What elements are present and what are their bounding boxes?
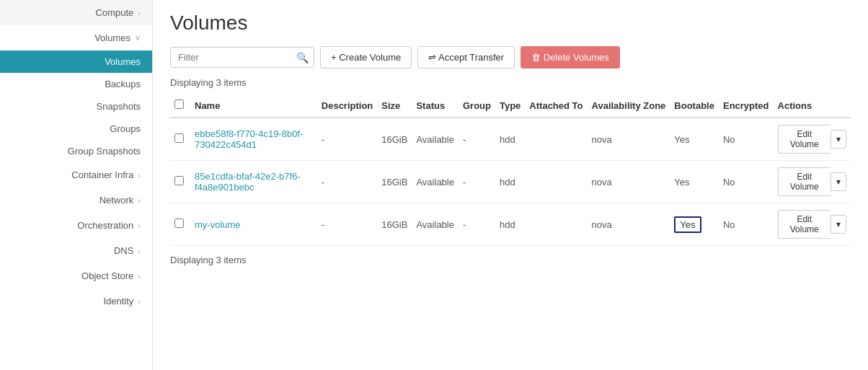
edit-volume-dropdown-1[interactable]: ▾	[831, 172, 846, 191]
chevron-icon-orchestration: ›	[138, 221, 141, 230]
sidebar-item-volumes[interactable]: Volumes	[0, 50, 152, 73]
row-encrypted-1: No	[719, 161, 774, 203]
row-availability-zone-1: nova	[588, 161, 670, 203]
row-description-2: -	[317, 203, 378, 246]
delete-volumes-button[interactable]: 🗑 Delete Volumes	[521, 46, 620, 69]
row-group-0: -	[459, 118, 495, 161]
volume-name-link-0[interactable]: ebbe58f8-f770-4c19-8b0f-730422c454d1	[195, 128, 303, 150]
bootable-value-0: Yes	[674, 134, 689, 145]
row-checkbox-0	[170, 118, 190, 161]
main-content: Volumes 🔍 + Create Volume ⇌ Accept Trans…	[153, 0, 868, 370]
sidebar-item-compute[interactable]: Compute ›	[0, 0, 152, 25]
sidebar-item-group-snapshots[interactable]: Group Snapshots	[0, 140, 152, 162]
header-actions: Actions	[774, 94, 851, 118]
header-status: Status	[412, 94, 459, 118]
accept-transfer-button[interactable]: ⇌ Accept Transfer	[417, 46, 515, 69]
header-encrypted: Encrypted	[719, 94, 774, 118]
action-btn-wrap-2: Edit Volume ▾	[778, 210, 846, 239]
chevron-icon-network: ›	[138, 196, 141, 205]
table-row: 85e1cdfa-bfaf-42e2-b7f6-f4a8e901bebc - 1…	[170, 161, 851, 203]
sidebar-sub-label-group-snapshots: Group Snapshots	[68, 146, 141, 157]
row-status-0: Available	[412, 118, 459, 161]
sidebar: Compute › Volumes ∨ Volumes Backups Snap…	[0, 0, 153, 370]
edit-volume-dropdown-0[interactable]: ▾	[831, 130, 846, 149]
edit-volume-button-2[interactable]: Edit Volume	[778, 210, 831, 239]
row-select-checkbox-2[interactable]	[174, 219, 184, 228]
row-checkbox-2	[170, 203, 190, 246]
row-status-2: Available	[412, 203, 459, 246]
sidebar-sub-label-groups: Groups	[110, 123, 141, 134]
chevron-icon-container-infra: ›	[138, 171, 141, 180]
row-attached-to-0	[525, 118, 587, 161]
sidebar-item-network[interactable]: Network ›	[0, 188, 152, 213]
chevron-icon-object-store: ›	[138, 272, 141, 281]
sidebar-item-backups[interactable]: Backups	[0, 73, 152, 95]
header-type: Type	[495, 94, 525, 118]
sidebar-item-orchestration[interactable]: Orchestration ›	[0, 213, 152, 238]
sidebar-label-identity: Identity	[12, 296, 133, 307]
header-name: Name	[190, 94, 317, 118]
chevron-icon-compute: ›	[138, 9, 141, 17]
header-checkbox-col	[170, 94, 190, 118]
edit-volume-dropdown-2[interactable]: ▾	[831, 215, 846, 234]
filter-wrap: 🔍	[170, 47, 314, 68]
bootable-highlighted-2: Yes	[674, 216, 701, 233]
edit-volume-button-0[interactable]: Edit Volume	[778, 125, 831, 154]
row-name-0: ebbe58f8-f770-4c19-8b0f-730422c454d1	[190, 118, 317, 161]
volume-name-link-2[interactable]: my-volume	[195, 219, 241, 230]
sidebar-item-volumes-parent[interactable]: Volumes ∨	[0, 25, 152, 50]
sidebar-label-compute: Compute	[12, 7, 133, 18]
row-type-2: hdd	[495, 203, 525, 246]
action-btn-wrap-0: Edit Volume ▾	[778, 125, 846, 154]
sidebar-label-container-infra: Container Infra	[12, 169, 133, 180]
sidebar-label-network: Network	[12, 195, 133, 206]
volume-name-link-1[interactable]: 85e1cdfa-bfaf-42e2-b7f6-f4a8e901bebc	[195, 171, 301, 193]
filter-input[interactable]	[170, 47, 314, 68]
row-size-2: 16GiB	[377, 203, 412, 246]
row-size-1: 16GiB	[377, 161, 412, 203]
sidebar-label-volumes-parent: Volumes	[12, 32, 130, 43]
chevron-icon-volumes: ∨	[135, 33, 141, 43]
row-actions-2: Edit Volume ▾	[774, 203, 851, 246]
sidebar-item-identity[interactable]: Identity ›	[0, 288, 152, 314]
sidebar-label-orchestration: Orchestration	[12, 220, 133, 231]
row-size-0: 16GiB	[377, 118, 412, 161]
row-name-1: 85e1cdfa-bfaf-42e2-b7f6-f4a8e901bebc	[190, 161, 317, 203]
header-group: Group	[459, 94, 495, 118]
table-header-row: Name Description Size Status Group Type …	[170, 94, 851, 118]
row-group-2: -	[459, 203, 495, 246]
sidebar-sub-label-volumes: Volumes	[105, 56, 141, 67]
create-volume-button[interactable]: + Create Volume	[320, 46, 412, 69]
header-bootable: Bootable	[670, 94, 719, 118]
header-attached-to: Attached To	[525, 94, 587, 118]
select-all-checkbox[interactable]	[174, 100, 184, 109]
toolbar: 🔍 + Create Volume ⇌ Accept Transfer 🗑 De…	[170, 46, 851, 69]
search-icon: 🔍	[296, 52, 309, 63]
header-description: Description	[317, 94, 378, 118]
sidebar-item-dns[interactable]: DNS ›	[0, 238, 152, 263]
header-size: Size	[377, 94, 412, 118]
row-type-0: hdd	[495, 118, 525, 161]
sidebar-item-container-infra[interactable]: Container Infra ›	[0, 162, 152, 188]
row-actions-1: Edit Volume ▾	[774, 161, 851, 203]
sidebar-label-dns: DNS	[12, 245, 133, 256]
sidebar-item-groups[interactable]: Groups	[0, 118, 152, 140]
row-attached-to-2	[525, 203, 587, 246]
row-select-checkbox-0[interactable]	[174, 133, 184, 143]
row-bootable-0: Yes	[670, 118, 719, 161]
row-select-checkbox-1[interactable]	[174, 176, 184, 185]
displaying-count-top: Displaying 3 items	[170, 77, 851, 88]
header-availability-zone: Availability Zone	[588, 94, 670, 118]
sidebar-item-snapshots[interactable]: Snapshots	[0, 95, 152, 118]
row-availability-zone-2: nova	[588, 203, 670, 246]
chevron-icon-identity: ›	[138, 297, 141, 306]
action-btn-wrap-1: Edit Volume ▾	[778, 167, 846, 196]
edit-volume-button-1[interactable]: Edit Volume	[778, 167, 831, 196]
chevron-icon-dns: ›	[138, 247, 141, 255]
row-description-0: -	[317, 118, 378, 161]
row-description-1: -	[317, 161, 378, 203]
sidebar-item-object-store[interactable]: Object Store ›	[0, 263, 152, 288]
row-bootable-2: Yes	[670, 203, 719, 246]
row-status-1: Available	[412, 161, 459, 203]
row-bootable-1: Yes	[670, 161, 719, 203]
